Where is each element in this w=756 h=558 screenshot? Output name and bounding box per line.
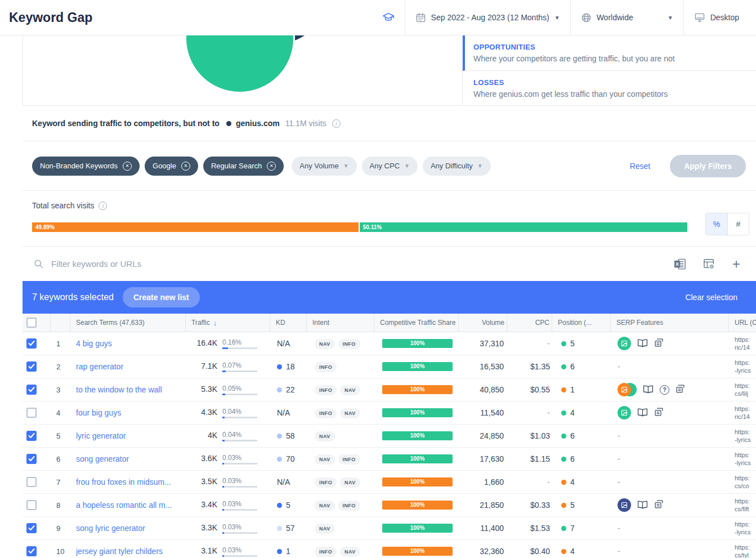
related-searches-icon[interactable] <box>654 407 664 418</box>
url-line: -lyrics <box>735 436 756 444</box>
filter-dropdown[interactable]: Any Difficulty▼ <box>423 157 491 176</box>
search-term-link[interactable]: jersey giant tyler childers <box>76 547 163 556</box>
date-range-picker[interactable]: Sep 2022 - Aug 2023 (12 Months) ▼ <box>405 0 570 35</box>
row-checkbox[interactable] <box>26 431 37 441</box>
book-icon[interactable] <box>637 408 648 418</box>
calendar-icon <box>415 12 426 23</box>
toggle-number-button[interactable]: # <box>727 213 749 235</box>
selection-count: 7 keywords selected <box>32 292 114 302</box>
search-term-link[interactable]: 4 big guys <box>76 339 112 348</box>
column-header[interactable]: Intent <box>307 314 374 332</box>
image-pack-icon[interactable] <box>618 383 631 396</box>
traffic-pct: 0.03% <box>222 500 257 508</box>
row-checkbox-cell <box>23 546 51 556</box>
column-header-label: Volume <box>482 319 504 327</box>
column-header[interactable]: KD <box>270 314 307 332</box>
image-pack-icon[interactable] <box>618 337 631 350</box>
apply-filters-button[interactable]: Apply Filters <box>670 155 746 177</box>
related-searches-icon[interactable] <box>676 384 685 395</box>
filter-dropdown[interactable]: Any Volume▼ <box>292 157 356 176</box>
row-checkbox[interactable] <box>26 338 37 349</box>
tab-opportunities-label: OPPORTUNITIES <box>473 43 747 51</box>
row-checkbox[interactable] <box>26 385 37 395</box>
remove-filter-icon[interactable]: ✕ <box>181 162 190 171</box>
clear-selection-link[interactable]: Clear selection <box>685 293 737 302</box>
intent-cell: NAV <box>307 523 374 534</box>
row-checkbox[interactable] <box>26 500 37 510</box>
search-term-link[interactable]: song lyric generator <box>76 524 145 533</box>
search-term-link[interactable]: song generator <box>76 454 129 463</box>
device-label: Desktop <box>710 13 739 22</box>
row-checkbox[interactable] <box>26 523 37 533</box>
image-pack-icon[interactable] <box>618 406 631 419</box>
serp-features-cell <box>611 498 729 512</box>
search-term-link[interactable]: lyric generator <box>76 431 126 440</box>
column-header[interactable] <box>23 314 51 332</box>
search-term-link[interactable]: rap generator <box>76 362 123 371</box>
search-term-link[interactable]: a hopeless romantic all m... <box>76 501 172 510</box>
column-header[interactable]: Search Terms (47,633) <box>70 314 186 332</box>
row-checkbox[interactable] <box>26 454 37 464</box>
image-pack-icon[interactable] <box>618 498 631 512</box>
competitive-share-bar: 100% <box>382 454 453 463</box>
graduation-cap-icon <box>382 11 395 24</box>
competitive-share-label: 100% <box>382 362 453 371</box>
filter-dropdown[interactable]: Any CPC▼ <box>362 157 418 176</box>
info-icon[interactable]: i <box>332 119 341 128</box>
book-icon[interactable] <box>637 338 648 349</box>
venn-circle-opportunities[interactable] <box>185 35 295 93</box>
sort-desc-icon[interactable]: ↓ <box>213 319 217 327</box>
traffic-pct: 0.03% <box>222 523 257 531</box>
column-header[interactable]: CPC <box>507 314 552 332</box>
reset-filters-link[interactable]: Reset <box>630 162 651 171</box>
export-excel-icon[interactable]: X <box>674 258 686 270</box>
book-icon[interactable] <box>643 385 654 395</box>
related-searches-icon[interactable] <box>654 338 664 349</box>
position-value: 7 <box>570 524 575 533</box>
related-searches-icon[interactable] <box>654 499 664 511</box>
search-input[interactable] <box>51 259 276 269</box>
academy-icon[interactable] <box>372 0 405 35</box>
search-term-link[interactable]: frou frou foxes in midsum... <box>76 477 171 486</box>
volume-cell: 16,530 <box>459 362 507 371</box>
column-header[interactable]: Competitive Traffic Share <box>374 314 459 332</box>
traffic-pct-bar <box>222 440 257 441</box>
column-header[interactable]: Volume <box>459 314 507 332</box>
create-new-list-button[interactable]: Create new list <box>123 287 200 307</box>
add-competitor-icon[interactable]: + <box>732 258 740 270</box>
position-value: 4 <box>570 547 575 556</box>
column-header[interactable]: SERP Features <box>611 314 729 332</box>
column-header[interactable]: Position (... <box>552 314 611 332</box>
region-selector[interactable]: Worldwide ▼ <box>571 0 683 35</box>
column-settings-icon[interactable]: ⚙ <box>703 258 715 270</box>
traffic-pct-bar <box>222 509 257 511</box>
kd-cell: 22 <box>270 385 307 394</box>
tab-losses[interactable]: LOSSES Where genius.com get less traffic… <box>463 71 756 106</box>
remove-filter-icon[interactable]: ✕ <box>123 162 132 171</box>
row-checkbox[interactable] <box>26 477 37 487</box>
tab-opportunities[interactable]: OPPORTUNITIES Where your competitors are… <box>463 35 756 71</box>
competitive-share-cell: 100% <box>374 385 459 394</box>
row-checkbox[interactable] <box>26 546 37 556</box>
column-header[interactable]: URL (C <box>729 314 756 332</box>
filter-chips: Non-Branded Keywords✕Google✕Regular Sear… <box>32 157 284 176</box>
row-checkbox[interactable] <box>26 361 37 372</box>
info-icon[interactable]: i <box>99 202 107 210</box>
remove-filter-icon[interactable]: ✕ <box>267 162 276 171</box>
column-header[interactable]: Traffic↓ <box>186 314 270 332</box>
question-mark-icon[interactable]: ? <box>660 385 669 395</box>
traffic-cell: 3.6K0.03% <box>186 454 270 465</box>
toggle-percent-button[interactable]: % <box>706 213 727 235</box>
search-term-link[interactable]: to the window to the wall <box>76 385 162 394</box>
device-selector[interactable]: Desktop <box>684 0 756 35</box>
traffic-cell: 7.1K0.07% <box>186 361 270 372</box>
select-all-checkbox[interactable] <box>26 318 37 328</box>
search-term-link[interactable]: four big guys <box>76 408 121 417</box>
position-cell: 6 <box>552 362 611 371</box>
filter-chip-label: Regular Search <box>211 162 262 170</box>
traffic-pct: 0.16% <box>222 338 257 346</box>
column-header[interactable] <box>51 314 70 332</box>
row-checkbox[interactable] <box>26 408 37 418</box>
serp-feature-group[interactable] <box>618 383 637 396</box>
book-icon[interactable] <box>637 500 648 511</box>
